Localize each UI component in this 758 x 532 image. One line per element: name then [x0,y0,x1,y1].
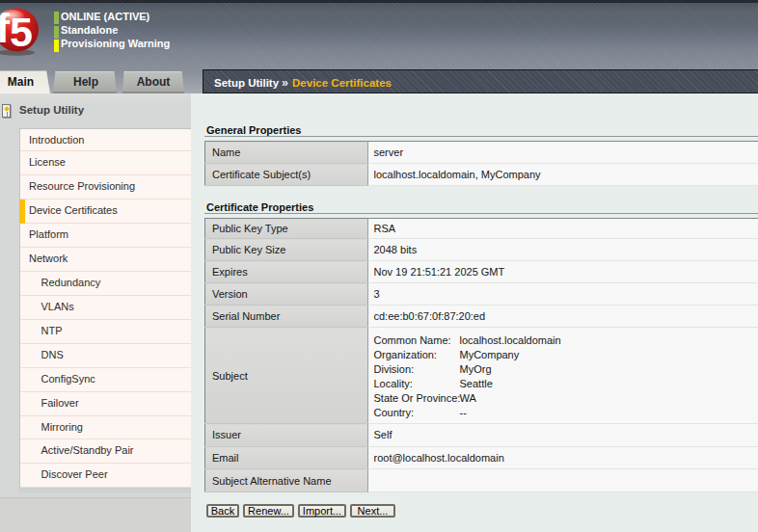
svg-text:5: 5 [10,9,33,55]
